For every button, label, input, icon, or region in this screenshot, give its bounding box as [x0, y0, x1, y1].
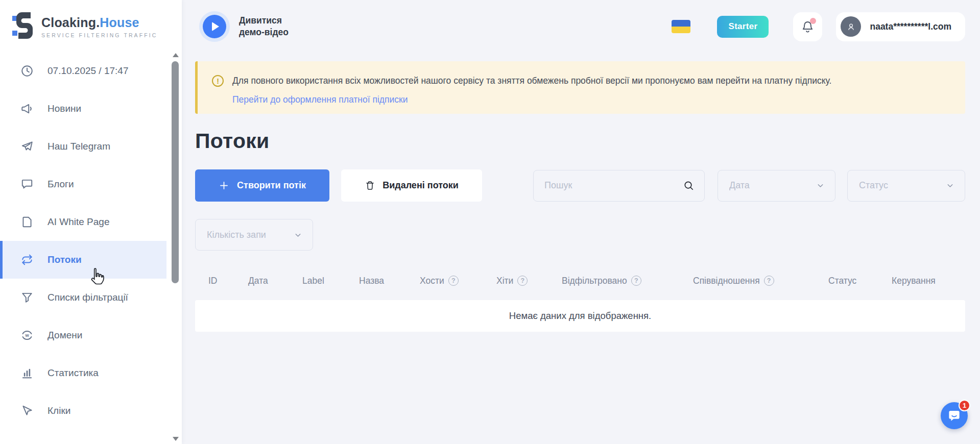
sidebar-item-label: Новини	[47, 103, 81, 114]
column-label: ID	[208, 276, 218, 286]
sidebar-item-blogs[interactable]: Блоги	[0, 165, 166, 203]
search-input[interactable]	[544, 180, 683, 191]
language-flag-ukraine[interactable]	[672, 20, 690, 33]
upgrade-subscription-link[interactable]: Перейти до оформлення платної підписки	[232, 94, 408, 105]
column-header-hosts: Хости?	[420, 276, 496, 286]
sidebar-item-news[interactable]: Новини	[0, 90, 166, 128]
sidebar-item-ai-white-page[interactable]: AI White Page	[0, 203, 166, 241]
page-icon	[20, 215, 34, 229]
chevron-down-icon	[294, 231, 302, 239]
sidebar-scrollbar[interactable]	[171, 53, 180, 441]
sidebar-item-telegram[interactable]: Наш Telegram	[0, 128, 166, 165]
sync-icon	[20, 253, 34, 266]
column-header-label: Label	[302, 276, 359, 286]
sidebar-item-statistics[interactable]: Статистика	[0, 354, 166, 392]
column-label: Дата	[248, 276, 268, 286]
create-flow-button[interactable]: Створити потік	[195, 169, 329, 202]
sidebar-item-clicks[interactable]: Кліки	[0, 392, 166, 430]
sidebar-item-label: Списки фільтрації	[47, 292, 128, 303]
chevron-down-icon	[816, 181, 825, 190]
trial-warning-banner: ! Для повного використання всіх можливос…	[195, 61, 965, 114]
search-icon[interactable]	[683, 180, 695, 191]
globe-w-icon: w	[20, 329, 34, 342]
demo-video-label[interactable]: Дивитися демо-відео	[239, 15, 289, 38]
table-header: IDДатаLabelНазваХости?Хіти?Відфільтрован…	[195, 268, 965, 293]
chat-widget-button[interactable]: 1	[941, 402, 968, 429]
column-header-name: Назва	[359, 276, 420, 286]
sidebar-item-date-time[interactable]: 07.10.2025 / 17:47	[0, 52, 166, 90]
cursor-icon	[20, 404, 34, 417]
logo[interactable]: Cloaking.House SERVICE FILTERING TRAFFIC	[0, 0, 182, 41]
date-filter-dropdown[interactable]: Дата	[718, 170, 835, 202]
toolbar: Створити потік Видалені потоки Дата Стат…	[195, 169, 965, 202]
user-email: naata**********l.com	[870, 21, 951, 32]
notifications-button[interactable]	[793, 12, 822, 41]
avatar	[841, 16, 861, 37]
topbar: Дивитися демо-відео Starter	[195, 0, 965, 47]
topbar-right: Starter naata**********l.c	[672, 12, 965, 41]
sidebar-item-label: Потоки	[47, 254, 82, 265]
sidebar-item-label: 07.10.2025 / 17:47	[47, 65, 128, 77]
page-title: Потоки	[195, 129, 965, 153]
user-menu[interactable]: naata**********l.com	[836, 12, 965, 41]
column-label: Хости	[420, 276, 444, 286]
scrollbar-down-arrow[interactable]	[173, 437, 179, 441]
sidebar-item-label: Кліки	[47, 405, 70, 416]
user-icon	[846, 21, 856, 32]
column-header-ratio: Співвідношення?	[693, 276, 828, 286]
sidebar-item-label: Наш Telegram	[47, 141, 110, 152]
help-icon[interactable]: ?	[764, 276, 774, 286]
logo-subtitle: SERVICE FILTERING TRAFFIC	[41, 32, 157, 38]
scrollbar-thumb[interactable]	[172, 61, 179, 283]
bar-chart-icon	[20, 366, 34, 380]
column-header-hits: Хіти?	[496, 276, 562, 286]
telegram-icon	[20, 140, 34, 153]
banner-text: Для повного використання всіх можливосте…	[232, 74, 831, 87]
chat-unread-badge: 1	[959, 400, 970, 411]
sidebar-item-domains[interactable]: wДомени	[0, 316, 166, 354]
logo-icon	[12, 12, 35, 41]
clock-icon	[20, 64, 34, 78]
sidebar-menu: 07.10.2025 / 17:47НовиниНаш TelegramБлог…	[0, 52, 182, 430]
sidebar-item-flows[interactable]: Потоки	[0, 241, 166, 279]
column-header-status: Статус	[828, 276, 892, 286]
column-label: Назва	[359, 276, 384, 286]
sidebar-item-label: Блоги	[47, 179, 74, 190]
megaphone-icon	[20, 102, 34, 115]
deleted-flows-button[interactable]: Видалені потоки	[341, 169, 482, 202]
funnel-icon	[20, 291, 34, 304]
logo-text: Cloaking.House SERVICE FILTERING TRAFFIC	[41, 15, 157, 38]
warning-circle-icon: !	[212, 75, 224, 87]
column-header-id: ID	[208, 276, 248, 286]
help-icon[interactable]: ?	[517, 276, 528, 286]
column-label: Label	[302, 276, 324, 286]
sidebar-item-label: Домени	[47, 330, 82, 341]
column-header-date: Дата	[248, 276, 302, 286]
status-filter-dropdown[interactable]: Статус	[847, 170, 965, 202]
help-icon[interactable]: ?	[631, 276, 641, 286]
sidebar-item-filter-lists[interactable]: Списки фільтрації	[0, 279, 166, 316]
per-page-row: Кількість запи	[195, 219, 965, 251]
column-label: Відфільтровано	[562, 276, 627, 286]
column-label: Хіти	[496, 276, 513, 286]
plan-badge[interactable]: Starter	[717, 16, 769, 38]
svg-text:w: w	[25, 333, 29, 338]
chevron-down-icon	[946, 181, 954, 190]
column-header-manage: Керування	[892, 276, 936, 286]
help-icon[interactable]: ?	[448, 276, 459, 286]
chat-bubble-icon	[947, 409, 961, 423]
notification-dot	[810, 18, 816, 24]
play-icon	[212, 22, 219, 31]
column-header-filtered: Відфільтровано?	[562, 276, 693, 286]
chat-icon	[20, 178, 34, 191]
logo-title: Cloaking.House	[41, 15, 157, 30]
demo-video-play-button[interactable]	[203, 15, 226, 38]
column-label: Керування	[892, 276, 936, 286]
search-box	[533, 170, 705, 202]
scrollbar-up-arrow[interactable]	[173, 53, 179, 57]
app: Cloaking.House SERVICE FILTERING TRAFFIC…	[0, 0, 980, 444]
per-page-dropdown[interactable]: Кількість запи	[195, 219, 313, 251]
table-empty-state: Немає даних для відображення.	[195, 300, 965, 332]
sidebar: Cloaking.House SERVICE FILTERING TRAFFIC…	[0, 0, 182, 444]
sidebar-item-label: Статистика	[47, 367, 99, 379]
